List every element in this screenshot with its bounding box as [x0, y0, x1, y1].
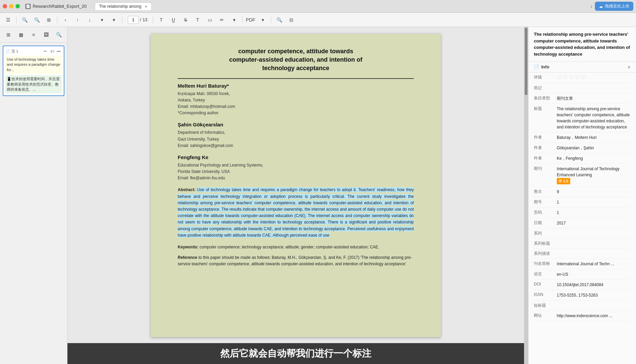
star-1[interactable]: ♡ — [557, 74, 561, 81]
pen-tool-btn[interactable]: ✏ — [216, 15, 227, 25]
tab-chevron-icon[interactable]: › — [590, 4, 592, 9]
author-gokcearslan-addr1: Gazi University, Turkey — [178, 136, 414, 143]
info-label-text: Info — [541, 64, 549, 69]
minimize-traffic-light[interactable] — [9, 4, 13, 8]
journal-value: International Journal of Technology Enha… — [557, 166, 631, 184]
main-area: ⊞ ▦ ≡ 🖼 🔍 📄 页 1 ✏ 🏷 ••• — [0, 27, 636, 364]
ai-btn[interactable]: ✦ — [109, 15, 119, 25]
info-row-title: 标题 The relationship among pre-service te… — [534, 104, 631, 132]
star-4[interactable]: ♡ — [575, 74, 580, 81]
author2-key: 作者 — [534, 145, 554, 151]
pdf-dropdown-btn[interactable]: ▾ — [257, 15, 268, 25]
author1-value: Baturay，Meltem Huri — [557, 134, 631, 141]
nav-up-btn[interactable]: ↑ — [72, 15, 83, 25]
page-icon: 📄 — [5, 49, 10, 54]
toolbar-divider-4 — [153, 17, 153, 23]
pdf-scrollbar[interactable] — [524, 27, 528, 364]
author-gokcearslan: Şahin Gökçearslan Department of Informat… — [178, 122, 414, 149]
grid-view-btn[interactable]: ⊞ — [3, 30, 14, 40]
keywords-content: computer competence; technology acceptan… — [200, 245, 379, 249]
thumbnail-page-1[interactable]: 📄 页 1 ✏ 🏷 ••• Use of technology takes ti… — [3, 46, 64, 96]
maximize-traffic-light[interactable] — [16, 4, 20, 8]
star-3[interactable]: ♡ — [569, 74, 574, 81]
abstract-label: Abstract: — [178, 187, 196, 192]
star-2[interactable]: ♡ — [563, 74, 568, 81]
doi-value: 10.1504/ijtel.2017.084084 — [557, 282, 631, 288]
page-number-input[interactable] — [128, 16, 139, 24]
upload-icon: ☁ — [599, 4, 603, 9]
tab-bar: The relationship among ✕ › — [95, 2, 592, 10]
page-indicator: / 13 — [125, 16, 150, 24]
page-key: 页码 — [534, 210, 554, 216]
text-tool-btn[interactable]: T — [156, 15, 167, 25]
zoom-in-btn[interactable]: 🔍 — [31, 15, 42, 25]
pdf-btn[interactable]: PDF — [245, 15, 256, 25]
notes-value — [557, 85, 631, 91]
nav-dropdown-btn[interactable]: ▾ — [96, 15, 107, 25]
type-tool-btn[interactable]: T — [192, 15, 203, 25]
abstract-section: Abstract: Use of technology takes time a… — [178, 187, 414, 239]
upload-button[interactable]: ☁ 拖拽至此上传 — [595, 2, 633, 11]
image-btn[interactable]: 🖼 — [40, 30, 52, 40]
page-value: 1 — [557, 210, 631, 216]
fit-page-btn[interactable]: ⊞ — [44, 15, 54, 25]
page-total: 13 — [143, 17, 147, 22]
if-badge: IF 1.5 — [557, 178, 570, 184]
rating-key: 评级 — [534, 74, 554, 81]
search-btn[interactable]: 🔍 — [274, 15, 285, 25]
thumb-more-btn[interactable]: ••• — [56, 48, 62, 54]
pdf-viewer[interactable]: computer competence, attitude towards co… — [67, 27, 524, 364]
list-thumbnail-btn[interactable]: ▦ — [15, 30, 26, 40]
language-value: en-US — [557, 271, 631, 277]
info-content: 评级 ♡ ♡ ♡ ♡ ♡ 简记 条目类型 期刊文章 — [528, 72, 636, 364]
info-section-header[interactable]: 📄 Info ∧ — [528, 62, 636, 72]
info-label: 📄 Info — [534, 64, 549, 69]
author-gokcearslan-dept: Department of Informatics, — [178, 129, 414, 136]
issn-value: 1753-5255, 1753-5263 — [557, 292, 631, 298]
sidebar-tools: ⊞ ▦ ≡ 🖼 🔍 — [0, 27, 67, 43]
pdf-title-line1: computer competence, attitude towards — [238, 48, 353, 55]
pdf-scrollbar-thumb — [525, 28, 527, 95]
info-file-icon: 📄 — [534, 64, 539, 69]
active-tab[interactable]: The relationship among ✕ — [95, 2, 152, 10]
pdf-title-divider — [178, 78, 414, 79]
split-view-btn[interactable]: ⊟ — [286, 15, 297, 25]
rect-tool-btn[interactable]: ▭ — [204, 15, 215, 25]
series-title-key: 系列标题 — [534, 241, 554, 246]
reference-label: Reference — [178, 255, 197, 260]
volume-value: 9 — [557, 189, 631, 195]
strikethrough-tool-btn[interactable]: S̶ — [180, 15, 191, 25]
star-5[interactable]: ♡ — [581, 74, 586, 81]
sidebar-search-btn[interactable]: 🔍 — [53, 30, 64, 40]
color-dropdown-btn[interactable]: ▾ — [229, 15, 239, 25]
thumb-tag-btn[interactable]: 🏷 — [49, 48, 55, 54]
underline-tool-btn[interactable]: U̲ — [168, 15, 179, 25]
reference-text: Reference to this paper should be made a… — [178, 254, 414, 267]
zoom-out-btn[interactable]: 🔍 — [19, 15, 30, 25]
series-desc-value — [557, 251, 631, 256]
close-traffic-light[interactable] — [3, 4, 7, 8]
sidebar-page-label: 页 1 — [11, 49, 18, 54]
traffic-lights — [3, 4, 20, 8]
reference-content: to this paper should be made as follows:… — [178, 255, 412, 266]
thumb-edit-btn[interactable]: ✏ — [42, 48, 48, 54]
thumbnail-page-label: 📄 页 1 — [5, 49, 18, 54]
thumbnail-actions: ✏ 🏷 ••• — [42, 48, 62, 54]
prev-page-btn[interactable]: ‹ — [60, 15, 71, 25]
window-title-text: ResearchRabbit_Export_20 — [33, 4, 87, 9]
info-chevron-icon: ∧ — [628, 65, 631, 69]
nav-down-btn[interactable]: ↓ — [84, 15, 95, 25]
url-value: http://www.inderscience.com ... — [557, 313, 631, 319]
toolbar: ☰ 🔍 🔍 ⊞ ‹ ↑ ↓ ▾ ✦ / 13 T U̲ S̶ T ▭ ✏ ▾ P… — [0, 13, 636, 27]
sidebar-toggle-btn[interactable]: ☰ — [3, 15, 13, 25]
window-icon: 📄 — [25, 4, 31, 9]
author-ke: Fengfeng Ke Educational Psychology and L… — [178, 154, 414, 182]
tab-close-btn[interactable]: ✕ — [145, 5, 147, 8]
outline-btn[interactable]: ≡ — [28, 30, 39, 40]
series-key: 系列 — [534, 231, 554, 236]
info-row-url: 网址 http://www.inderscience.com ... — [534, 311, 631, 321]
author-gokcearslan-email: Email: sahingokce@gmail.com — [178, 143, 414, 149]
series-value — [557, 231, 631, 236]
author3-key: 作者 — [534, 155, 554, 161]
rating-stars[interactable]: ♡ ♡ ♡ ♡ ♡ — [557, 74, 586, 81]
